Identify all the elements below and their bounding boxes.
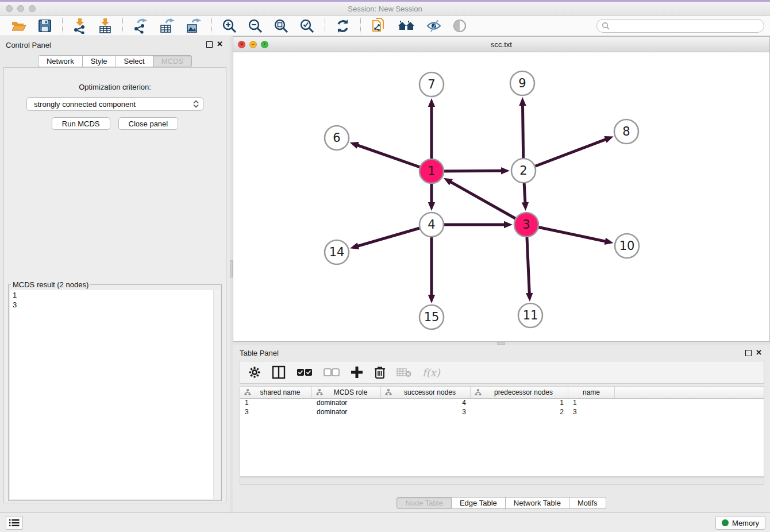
zoom-selected-button[interactable] xyxy=(298,17,316,35)
refresh-button[interactable] xyxy=(334,17,352,35)
mcds-result-title: MCDS result (2 nodes) xyxy=(11,280,90,289)
import-network-icon xyxy=(72,18,87,34)
mcds-panel-body: Optimization criterion: strongly connect… xyxy=(3,67,226,503)
tab-network[interactable]: Network xyxy=(38,55,83,67)
export-image-button[interactable] xyxy=(184,17,203,35)
hierarchy-icon xyxy=(475,389,482,396)
show-graphics-details-button[interactable] xyxy=(451,17,468,34)
open-session-file-button[interactable] xyxy=(369,16,388,36)
delete-table-button[interactable] xyxy=(396,367,411,377)
refresh-icon xyxy=(335,18,351,34)
search-input[interactable] xyxy=(610,22,759,30)
hide-graphics-details-button[interactable] xyxy=(425,17,443,34)
close-panel-icon[interactable]: ✕ xyxy=(217,40,223,48)
graph-node-label: 1 xyxy=(428,164,435,178)
function-builder-button[interactable]: f(x) xyxy=(422,367,440,379)
result-scrollbar[interactable] xyxy=(213,290,220,499)
control-panel: Control Panel ✕ Network Style Select MCD… xyxy=(0,36,230,512)
show-column-button[interactable] xyxy=(272,365,286,379)
memory-status-dot xyxy=(722,519,729,526)
graph-edge-arrowhead xyxy=(604,136,613,143)
import-table-icon xyxy=(98,18,113,34)
export-table-button[interactable] xyxy=(158,17,176,35)
column-header-mcds-role[interactable]: MCDS role xyxy=(312,387,381,398)
tab-network-table[interactable]: Network Table xyxy=(506,497,569,509)
table-row[interactable]: 3 dominator 3 2 3 xyxy=(240,408,764,417)
cell-shared-name: 1 xyxy=(240,399,312,408)
cell-successor-nodes: 4 xyxy=(381,399,471,408)
create-column-button[interactable] xyxy=(351,366,363,379)
save-session-button[interactable] xyxy=(36,17,53,34)
graph-node-label: 6 xyxy=(333,131,340,145)
table-panel-header: Table Panel ✕ xyxy=(233,345,770,361)
memory-button[interactable]: Memory xyxy=(715,516,765,530)
zoom-in-button[interactable] xyxy=(221,17,238,35)
export-network-button[interactable] xyxy=(132,17,150,35)
result-line: 1 xyxy=(10,290,220,300)
graph-node-label: 4 xyxy=(428,218,435,232)
zoom-out-button[interactable] xyxy=(247,17,264,35)
control-panel-tabs: Network Style Select MCDS xyxy=(0,55,230,67)
close-panel-icon[interactable]: ✕ xyxy=(756,349,762,357)
graph-edge-arrowhead xyxy=(504,221,513,228)
column-header-shared-name[interactable]: shared name xyxy=(240,387,312,398)
zoom-fit-icon xyxy=(274,18,289,34)
graph-edge-3-1[interactable] xyxy=(450,182,526,225)
column-header-name[interactable]: name xyxy=(568,387,615,398)
main-toolbar xyxy=(0,16,770,36)
window-title: Session: New Session xyxy=(0,5,770,13)
table-settings-button[interactable] xyxy=(248,366,261,379)
search-field[interactable] xyxy=(596,19,764,33)
column-header-successor-nodes[interactable]: successor nodes xyxy=(381,387,471,398)
table-tabs: Node Table Edge Table Network Table Moti… xyxy=(233,497,770,509)
tab-select[interactable]: Select xyxy=(116,55,153,67)
zoom-fit-button[interactable] xyxy=(272,17,290,35)
home-button[interactable] xyxy=(396,17,417,34)
tab-style[interactable]: Style xyxy=(83,55,116,67)
tab-node-table[interactable]: Node Table xyxy=(396,497,452,509)
graph-edge-arrowhead xyxy=(428,202,435,211)
graph-edge-2-8[interactable] xyxy=(523,139,606,171)
run-mcds-button[interactable]: Run MCDS xyxy=(52,117,110,130)
network-graph-svg[interactable]: 7968124314101511 xyxy=(233,52,769,342)
open-session-button[interactable] xyxy=(10,17,28,35)
graph-edge-arrowhead xyxy=(522,202,529,211)
tab-mcds[interactable]: MCDS xyxy=(153,55,192,67)
import-network-button[interactable] xyxy=(71,17,88,35)
table-toolbar: f(x) xyxy=(240,361,764,384)
import-table-button[interactable] xyxy=(97,17,114,35)
graph-node-label: 9 xyxy=(518,76,526,90)
mcds-result-group: MCDS result (2 nodes) 1 3 xyxy=(8,280,222,501)
cell-successor-nodes: 3 xyxy=(381,408,471,417)
graph-node-label: 11 xyxy=(523,309,538,322)
cell-name: 3 xyxy=(568,408,615,417)
task-history-button[interactable] xyxy=(6,516,23,530)
optimization-criterion-label: Optimization criterion: xyxy=(4,83,226,91)
graph-edge-arrowhead xyxy=(526,293,533,302)
zoom-out-icon xyxy=(248,18,263,34)
column-header-predecessor-nodes[interactable]: predecessor nodes xyxy=(471,387,568,398)
mcds-result-textarea[interactable]: 1 3 xyxy=(10,290,220,499)
export-image-icon xyxy=(186,18,202,34)
tab-edge-table[interactable]: Edge Table xyxy=(452,497,506,509)
mcds-buttons: Run MCDS Close panel xyxy=(4,117,226,130)
delete-columns-button[interactable] xyxy=(374,365,386,379)
control-panel-header: Control Panel ✕ xyxy=(0,36,230,53)
table-horizontal-scrollbar[interactable] xyxy=(240,477,764,485)
close-panel-button[interactable]: Close panel xyxy=(118,117,179,130)
graph-edge-arrowhead xyxy=(605,238,614,245)
unselect-all-columns-button[interactable] xyxy=(324,368,340,376)
hierarchy-icon xyxy=(244,389,251,396)
network-window-title: scc.txt xyxy=(233,40,769,49)
search-icon xyxy=(602,22,610,30)
optimization-criterion-dropdown[interactable]: strongly connected component xyxy=(26,97,203,111)
select-all-columns-button[interactable] xyxy=(297,368,313,376)
float-panel-icon[interactable] xyxy=(745,350,752,356)
table-row[interactable]: 1 dominator 4 1 1 xyxy=(240,399,764,408)
network-canvas[interactable]: 7968124314101511 xyxy=(233,52,769,341)
status-bar: Memory xyxy=(0,512,770,532)
float-panel-icon[interactable] xyxy=(206,41,213,48)
tab-motifs[interactable]: Motifs xyxy=(569,497,606,509)
graph-node-label: 14 xyxy=(329,245,345,259)
hierarchy-icon xyxy=(385,389,392,396)
